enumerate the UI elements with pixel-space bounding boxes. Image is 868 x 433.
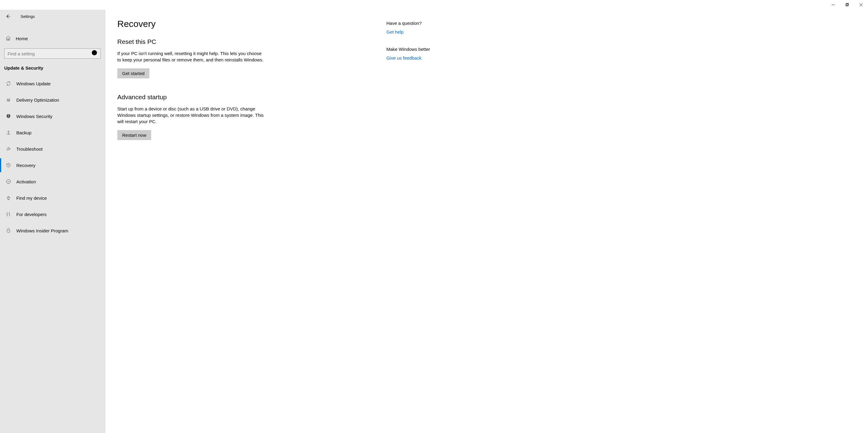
sidebar-section-header: Update & Security — [0, 59, 105, 75]
insider-icon — [5, 228, 11, 234]
sidebar-item-for-developers[interactable]: For developers — [0, 206, 105, 222]
sidebar-item-troubleshoot[interactable]: Troubleshoot — [0, 141, 105, 157]
aside-heading-feedback: Make Windows better — [386, 47, 462, 52]
wrench-icon — [5, 146, 11, 152]
titlebar — [0, 0, 868, 10]
sidebar-item-label: Backup — [16, 130, 31, 135]
svg-point-7 — [6, 179, 10, 184]
aside-panel: Have a question? Get help Make Windows b… — [386, 10, 468, 433]
delivery-icon — [5, 97, 11, 103]
sidebar-item-label: Activation — [16, 179, 36, 184]
sidebar-item-label: Windows Insider Program — [16, 228, 68, 233]
sidebar-item-label: Find my device — [16, 196, 47, 201]
close-button[interactable] — [854, 0, 868, 10]
search-box[interactable] — [4, 49, 101, 59]
sidebar-item-windows-security[interactable]: Windows Security — [0, 108, 105, 124]
sidebar-item-label: Windows Update — [16, 81, 51, 86]
sidebar-item-delivery-optimization[interactable]: Delivery Optimization — [0, 92, 105, 108]
back-button[interactable] — [4, 13, 11, 20]
settings-window: Settings Home Update & Security Windows … — [0, 0, 868, 433]
sidebar-item-activation[interactable]: Activation — [0, 173, 105, 190]
sidebar-item-recovery[interactable]: Recovery — [0, 157, 105, 173]
svg-point-10 — [9, 230, 10, 231]
search-icon — [90, 49, 100, 59]
sidebar-item-windows-update[interactable]: Windows Update — [0, 75, 105, 92]
sidebar-item-label: Troubleshoot — [16, 146, 43, 152]
svg-point-8 — [8, 196, 9, 198]
give-feedback-link[interactable]: Give us feedback — [386, 55, 462, 60]
sidebar-item-windows-insider[interactable]: Windows Insider Program — [0, 222, 105, 239]
get-help-link[interactable]: Get help — [386, 29, 462, 34]
svg-rect-2 — [846, 3, 849, 5]
section-desc-reset: If your PC isn't running well, resetting… — [117, 50, 266, 63]
main-panel: Recovery Reset this PC If your PC isn't … — [105, 10, 386, 433]
get-started-button[interactable]: Get started — [117, 68, 149, 78]
restart-now-button[interactable]: Restart now — [117, 130, 151, 140]
svg-rect-1 — [846, 4, 848, 6]
section-desc-advanced: Start up from a device or disc (such as … — [117, 106, 266, 125]
svg-line-6 — [96, 55, 99, 57]
sidebar-item-label: For developers — [16, 212, 46, 217]
svg-point-9 — [7, 230, 8, 231]
minimize-button[interactable] — [826, 0, 840, 10]
home-icon — [5, 35, 11, 42]
sidebar-item-find-my-device[interactable]: Find my device — [0, 190, 105, 206]
maximize-button[interactable] — [840, 0, 854, 10]
page-title: Recovery — [117, 19, 374, 29]
section-heading-reset: Reset this PC — [117, 38, 374, 46]
sidebar-item-label: Recovery — [16, 163, 35, 168]
location-icon — [5, 195, 11, 201]
shield-icon — [5, 113, 11, 119]
tools-icon — [5, 211, 11, 217]
section-heading-advanced: Advanced startup — [117, 93, 374, 101]
aside-heading-question: Have a question? — [386, 21, 462, 26]
backup-icon — [5, 129, 11, 136]
search-input[interactable] — [4, 51, 90, 56]
sidebar-item-home[interactable]: Home — [0, 31, 105, 46]
sidebar: Settings Home Update & Security Windows … — [0, 10, 105, 433]
sidebar-item-label: Windows Security — [16, 114, 52, 119]
sync-icon — [5, 81, 11, 87]
history-icon — [5, 162, 11, 168]
window-title: Settings — [21, 14, 35, 19]
sidebar-item-backup[interactable]: Backup — [0, 124, 105, 141]
sidebar-item-label: Home — [16, 36, 28, 41]
svg-point-5 — [92, 50, 97, 55]
check-circle-icon — [5, 178, 11, 184]
sidebar-item-label: Delivery Optimization — [16, 97, 59, 103]
content-area: Recovery Reset this PC If your PC isn't … — [105, 10, 868, 433]
